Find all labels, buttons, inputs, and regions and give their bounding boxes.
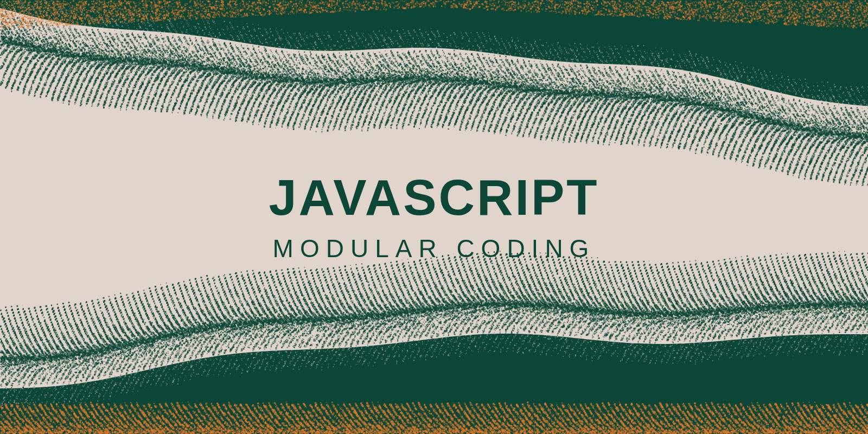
banner-subtitle: MODULAR CODING: [269, 233, 599, 263]
banner-title: JAVASCRIPT: [269, 171, 599, 224]
banner-text-block: JAVASCRIPT MODULAR CODING: [269, 171, 599, 263]
